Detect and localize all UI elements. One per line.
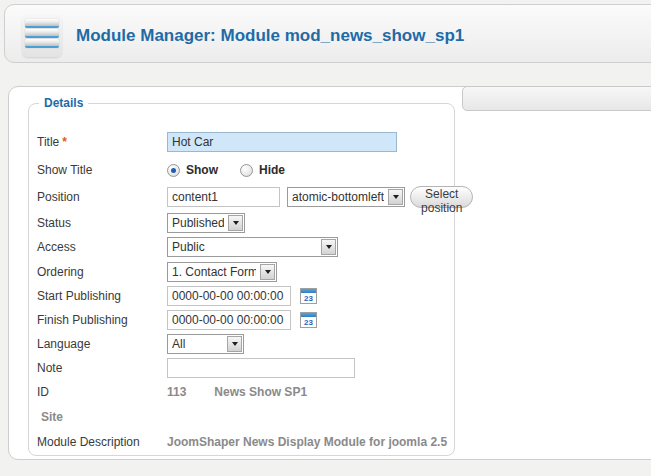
module-name: News Show SP1 [214,385,307,399]
details-fieldset: Details Title* Show Title Show Hide Posi… [28,96,455,456]
title-row: Title* [37,131,449,153]
title-input[interactable] [167,132,397,152]
module-manager-icon [22,15,62,57]
details-legend: Details [39,96,88,110]
ordering-select[interactable]: 1. Contact Form [167,262,277,282]
position-select[interactable]: atomic-bottomleft [287,187,405,207]
ordering-row: Ordering 1. Contact Form [37,261,449,283]
access-select[interactable]: Public [167,237,338,257]
access-select-value: Public [172,240,205,254]
finish-publishing-row: Finish Publishing 23 [37,309,449,331]
position-select-value: atomic-bottomleft [292,190,384,204]
site-label: Site [37,410,167,424]
status-select[interactable]: Published [167,213,245,233]
id-value: 113 [167,385,186,399]
module-edit-screen: Module Manager: Module mod_news_show_sp1… [0,0,651,476]
language-row: Language All [37,333,449,355]
start-publishing-label: Start Publishing [37,289,167,303]
module-icon-bar [25,19,59,28]
chevron-down-icon [388,189,403,205]
start-publishing-row: Start Publishing 23 [37,285,449,307]
page-header: Module Manager: Module mod_news_show_sp1 [4,4,651,63]
module-icon-bar [25,29,59,38]
position-label: Position [37,190,167,204]
show-title-radio-show[interactable] [167,164,180,177]
note-row: Note [37,357,449,379]
select-position-button[interactable]: Select position [410,186,473,208]
position-input[interactable] [167,187,280,207]
chevron-down-icon [227,336,242,352]
status-row: Status Published [37,212,449,234]
language-select[interactable]: All [167,334,244,354]
chevron-down-icon [260,264,275,280]
options-accordion-bar[interactable] [462,86,651,111]
site-row: Site [37,406,449,428]
page-title: Module Manager: Module mod_news_show_sp1 [76,26,464,46]
language-label: Language [37,337,167,351]
finish-publishing-input[interactable] [167,310,291,330]
ordering-select-value: 1. Contact Form [172,265,256,279]
show-title-label: Show Title [37,163,167,177]
calendar-icon-day: 23 [301,317,316,328]
ordering-label: Ordering [37,265,167,279]
note-label: Note [37,361,167,375]
title-label: Title* [37,135,167,149]
calendar-icon[interactable]: 23 [300,312,317,328]
chevron-down-icon [228,215,243,231]
id-row: ID 113 News Show SP1 [37,381,449,403]
access-row: Access Public [37,236,449,258]
show-title-radio-hide[interactable] [240,164,253,177]
id-label: ID [37,385,167,399]
status-label: Status [37,216,167,230]
module-description-value: JoomShaper News Display Module for jooml… [167,435,447,449]
finish-publishing-label: Finish Publishing [37,313,167,327]
calendar-icon[interactable]: 23 [300,288,317,304]
show-title-row: Show Title Show Hide [37,159,449,181]
show-title-option-show[interactable]: Show [186,163,218,177]
status-select-value: Published [172,216,224,230]
position-row: Position atomic-bottomleft Select positi… [37,186,449,208]
module-description-label: Module Description [37,435,167,449]
module-description-row: Module Description JoomShaper News Displ… [37,431,449,453]
show-title-option-hide[interactable]: Hide [259,163,285,177]
start-publishing-input[interactable] [167,286,291,306]
calendar-icon-day: 23 [301,293,316,304]
language-select-value: All [172,337,185,351]
access-label: Access [37,240,167,254]
note-input[interactable] [167,358,355,378]
chevron-down-icon [321,239,336,255]
module-icon-bar [25,39,59,48]
required-marker: * [62,135,67,149]
